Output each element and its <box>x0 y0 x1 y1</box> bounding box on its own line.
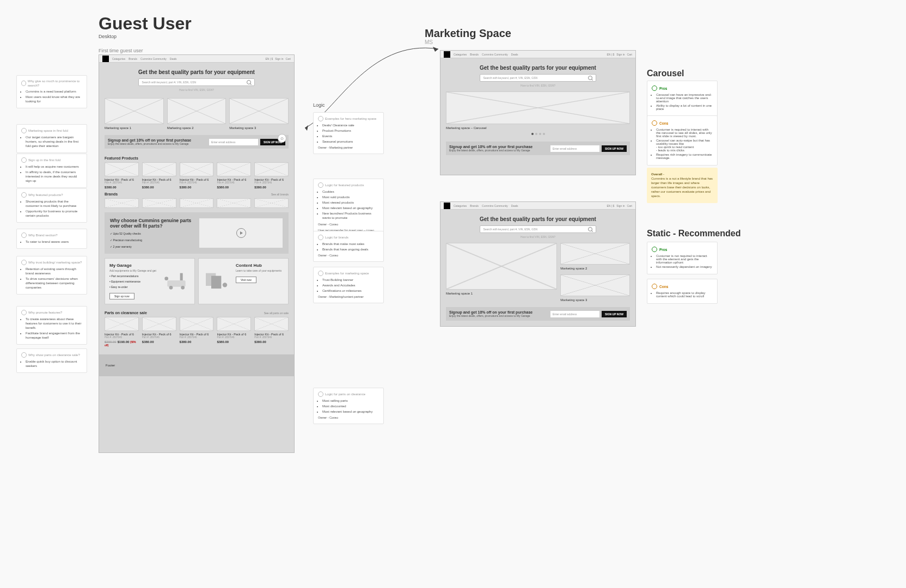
clearance-heading: Parts on clearance sale <box>105 311 147 315</box>
marketing-space-3[interactable] <box>560 274 630 296</box>
email-input[interactable]: Enter email address <box>550 145 599 152</box>
wireframe-static-variant: Categories Brands Cummins Community Deal… <box>440 201 636 327</box>
trust-video[interactable] <box>199 218 283 248</box>
marketing-space-2[interactable] <box>167 98 226 124</box>
featured-product[interactable]: Injector Kit - Pack of 6Part #: 2837646$… <box>105 162 139 189</box>
trust-check: 2 year warranty <box>110 245 193 248</box>
hero: Get the best quality parts for your equi… <box>99 63 294 96</box>
hero-headline: Get the best quality parts for your equi… <box>440 216 635 222</box>
email-input[interactable]: Enter email address <box>209 139 258 145</box>
page-title: Guest User <box>99 14 192 34</box>
marketing-space-1[interactable] <box>446 243 557 290</box>
nav-locale[interactable]: EN | $ <box>607 204 614 207</box>
featured-product[interactable]: Injector Kit - Pack of 6Part #: 2837646$… <box>217 162 251 189</box>
svg-point-7 <box>223 283 227 287</box>
carousel-pros: ProsCarousel can have an impressive end-… <box>647 81 718 117</box>
nav-categories[interactable]: Categories <box>112 57 125 60</box>
static-title: Static - Recommended <box>647 229 740 238</box>
featured-product[interactable]: Injector Kit - Pack of 6Part #: 2837646$… <box>254 162 289 189</box>
marketing-space-1[interactable] <box>105 98 164 124</box>
hero-hint[interactable]: How to find VIN, ESN, GSN? <box>440 84 635 87</box>
brand-tile[interactable] <box>180 198 214 208</box>
email-input[interactable]: Enter email address <box>550 311 599 317</box>
hero-headline: Get the best quality parts for your equi… <box>440 65 635 71</box>
featured-heading: Featured Products <box>99 153 294 162</box>
nav-community[interactable]: Cummins Community <box>482 53 508 56</box>
hero-search[interactable]: Search with keyword, part #, VIN, ESN, G… <box>480 74 597 82</box>
brand-tile[interactable] <box>142 198 176 208</box>
nav-cart[interactable]: Cart <box>627 204 632 207</box>
brand-tile[interactable] <box>254 198 289 208</box>
nav-signin[interactable]: Sign in <box>616 204 625 207</box>
content-hub-illustration <box>203 270 230 291</box>
marketing-carousel-slide[interactable] <box>446 91 630 124</box>
nav-community[interactable]: Cummins Community <box>482 204 508 207</box>
brand-logo[interactable] <box>444 51 450 58</box>
page-subtitle: Desktop <box>99 34 117 39</box>
brand-tile[interactable] <box>105 198 139 208</box>
nav-brands[interactable]: Brands <box>470 204 479 207</box>
contenthub-button[interactable]: Visit now <box>236 277 256 283</box>
signup-button[interactable]: SIGN UP NOW <box>602 311 627 317</box>
nav-brands[interactable]: Brands <box>470 53 479 56</box>
nav-cart[interactable]: Cart <box>627 53 632 56</box>
frame-name-guest: First time guest user <box>99 48 143 53</box>
signup-button[interactable]: SIGN UP NOW <box>602 145 627 152</box>
featured-product[interactable]: Injector Kit - Pack of 6Part #: 2837646$… <box>180 162 214 189</box>
signup-strip: Signup and get 10% off on your first pur… <box>105 135 289 149</box>
signup-strip: Signup and get 10% off on your first pur… <box>446 307 630 321</box>
carousel-dots[interactable] <box>446 131 630 137</box>
play-icon[interactable] <box>236 228 246 238</box>
nav-community[interactable]: Cummins Community <box>140 57 167 60</box>
brand-tile[interactable] <box>217 198 251 208</box>
hero-hint[interactable]: How to find VIN, ESN, GSN? <box>440 235 635 238</box>
note-hero-examples: Examples for hero marketing spaceDeals/ … <box>313 112 384 154</box>
marketing-space-3[interactable] <box>229 98 289 124</box>
nav-signin[interactable]: Sign in <box>275 57 283 60</box>
logic-label: Logic <box>313 102 325 108</box>
see-all-brands[interactable]: See all brands <box>271 193 289 196</box>
search-icon[interactable] <box>588 227 592 231</box>
marketing-space-2[interactable] <box>560 243 630 265</box>
nav-signin[interactable]: Sign in <box>616 53 625 56</box>
clearance-product[interactable]: Injector Kit - Pack of 6Part #: 2837646$… <box>180 317 214 347</box>
garage-illustration <box>163 270 190 291</box>
hero-hint[interactable]: How to find VIN, ESN, GSN? <box>99 88 294 91</box>
wireframe-carousel-variant: Categories Brands Cummins Community Deal… <box>440 50 636 175</box>
carousel-cons: ConsCustomer is required to interact wit… <box>647 115 718 166</box>
clearance-product[interactable]: Injector Kit - Pack of 6Part #: 2837646$… <box>254 317 289 347</box>
signup-title: Signup and get 10% off on your first pur… <box>108 138 191 142</box>
search-icon[interactable] <box>588 76 592 80</box>
carousel-title: Carousel <box>647 69 684 78</box>
note-search: Why give so much to prominence to search… <box>16 75 87 108</box>
clearance-product[interactable]: Injector Kit - Pack of 6Part #: 2837646$… <box>217 317 251 347</box>
nav-locale[interactable]: EN | $ <box>607 53 614 56</box>
clearance-product[interactable]: Injector Kit - Pack of 6Part #: 2837646$… <box>105 317 139 347</box>
svg-rect-6 <box>211 276 221 289</box>
trust-block: Why choose Cummins genuine partsover oth… <box>105 212 289 254</box>
signup-strip: Signup and get 10% off on your first pur… <box>446 142 630 155</box>
nav-cart[interactable]: Cart <box>286 57 291 60</box>
hero-search[interactable]: Search with keyword, part #, VIN, ESN, G… <box>480 225 597 233</box>
static-pros: ProsCustomer is not required to interact… <box>647 242 718 274</box>
nav-categories[interactable]: Categories <box>454 53 467 56</box>
see-all-clearance[interactable]: See all parts on sale <box>264 311 289 315</box>
search-icon[interactable] <box>247 80 251 84</box>
brand-logo[interactable] <box>102 56 109 62</box>
nav-locale[interactable]: EN | $ <box>265 57 273 60</box>
clearance-product[interactable]: Injector Kit - Pack of 6Part #: 2837646$… <box>142 317 176 347</box>
nav-brands[interactable]: Brands <box>128 57 137 60</box>
trust-check: Upto 52 Quality checks <box>110 232 193 235</box>
contenthub-title: Content Hub <box>236 263 284 268</box>
featured-product[interactable]: Injector Kit - Pack of 6Part #: 2837646$… <box>142 162 176 189</box>
hero-search[interactable]: Search with keyword, part #, VIN, ESN, G… <box>138 78 255 86</box>
nav-deals[interactable]: Deals <box>511 204 518 207</box>
wireframe-guest-home: Categories Brands Cummins Community Deal… <box>99 54 295 453</box>
chat-fab[interactable]: ☺ <box>278 134 286 143</box>
nav-categories[interactable]: Categories <box>454 204 467 207</box>
note-brand: Why Brand section?To cater to brand awar… <box>16 229 87 249</box>
brand-logo[interactable] <box>444 203 450 209</box>
garage-signup-button[interactable]: Sign up now <box>109 293 134 299</box>
nav-deals[interactable]: Deals <box>511 53 518 56</box>
nav-deals[interactable]: Deals <box>170 57 177 60</box>
